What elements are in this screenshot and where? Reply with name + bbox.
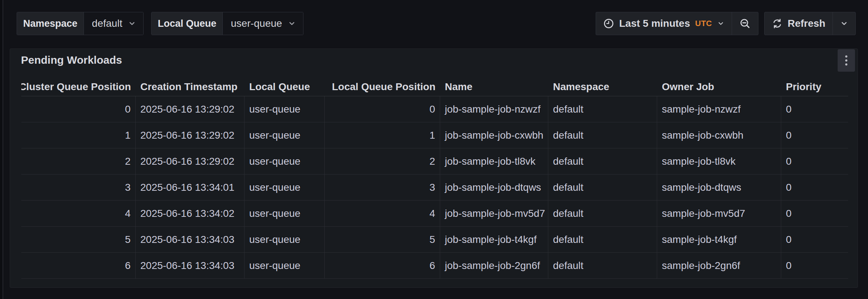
cell-name: job-sample-job-t4kgf [440,227,548,252]
cell-cluster-queue-position: 1 [21,122,136,148]
table-row: 62025-06-16 13:34:03user-queue6job-sampl… [21,253,848,279]
cell-owner-job: sample-job-2gn6f [657,253,781,278]
cell-local-queue-position: 1 [325,122,440,148]
cell-owner-job: sample-job-nzwzf [657,96,781,122]
column-header-namespace[interactable]: Namespace [548,78,657,96]
cell-local-queue: user-queue [244,122,325,148]
refresh-interval-dropdown[interactable] [833,12,855,35]
cell-cluster-queue-position: 2 [21,148,136,174]
cell-local-queue-position: 6 [325,253,440,278]
cell-priority: 0 [781,122,848,148]
panel-header: Pending Workloads [10,49,858,71]
namespace-filter-value[interactable]: default [84,12,143,35]
namespace-filter: Namespace default [17,12,144,35]
column-header-name[interactable]: Name [440,78,548,96]
cell-local-queue-position: 3 [325,174,440,200]
cell-creation-timestamp: 2025-06-16 13:29:02 [136,122,244,148]
cell-cluster-queue-position: 5 [21,227,136,252]
cell-creation-timestamp: 2025-06-16 13:34:03 [136,253,244,278]
cell-namespace: default [548,174,657,200]
cell-creation-timestamp: 2025-06-16 13:34:03 [136,227,244,252]
sync-icon [772,18,783,29]
time-controls: Last 5 minutes UTC [596,12,856,35]
cell-local-queue: user-queue [244,174,325,200]
variable-filters: Namespace default Local Queue user-queue [17,12,303,35]
cell-creation-timestamp: 2025-06-16 13:34:02 [136,201,244,226]
local-queue-filter-value[interactable]: user-queue [222,12,303,35]
cell-name: job-sample-job-dtqws [440,174,548,200]
cell-owner-job: sample-job-t4kgf [657,227,781,252]
time-picker-group: Last 5 minutes UTC [596,12,758,35]
cell-owner-job: sample-job-mv5d7 [657,201,781,226]
cell-namespace: default [548,122,657,148]
column-header-local-queue-position[interactable]: Local Queue Position [325,78,440,96]
cell-cluster-queue-position: 6 [21,253,136,278]
dashboard-toolbar: Namespace default Local Queue user-queue [17,12,856,35]
cell-cluster-queue-position: 3 [21,174,136,200]
cell-local-queue: user-queue [244,253,325,278]
table-row: 02025-06-16 13:29:02user-queue0job-sampl… [21,96,848,122]
cell-namespace: default [548,96,657,122]
cell-local-queue-position: 2 [325,148,440,174]
cell-priority: 0 [781,96,848,122]
timezone-badge: UTC [695,19,712,28]
page-left-edge [3,0,3,299]
cell-name: job-sample-job-nzwzf [440,96,548,122]
pending-workloads-table: Cluster Queue PositionCreation Timestamp… [21,78,848,279]
cell-priority: 0 [781,253,848,278]
refresh-group: Refresh [764,12,856,35]
page-left-shade [0,0,3,299]
chevron-down-icon [717,20,724,27]
cell-cluster-queue-position: 4 [21,201,136,226]
table-row: 32025-06-16 13:34:01user-queue3job-sampl… [21,174,848,201]
local-queue-filter-selected: user-queue [231,18,282,29]
cell-local-queue: user-queue [244,96,325,122]
local-queue-filter: Local Queue user-queue [151,12,303,35]
cell-namespace: default [548,227,657,252]
cell-name: job-sample-job-tl8vk [440,148,548,174]
column-header-owner-job[interactable]: Owner Job [657,78,781,96]
cell-priority: 0 [781,201,848,226]
chevron-down-icon [288,20,296,28]
cell-local-queue-position: 0 [325,96,440,122]
pending-workloads-panel: Pending Workloads Cluster Queue Position… [10,49,858,288]
column-header-priority[interactable]: Priority [781,78,848,96]
cell-priority: 0 [781,148,848,174]
cell-priority: 0 [781,174,848,200]
table-row: 22025-06-16 13:29:02user-queue2job-sampl… [21,148,848,174]
table-row: 12025-06-16 13:29:02user-queue1job-sampl… [21,122,848,148]
cell-owner-job: sample-job-dtqws [657,174,781,200]
namespace-filter-label: Namespace [17,12,84,35]
column-header-cluster-queue-position[interactable]: Cluster Queue Position [21,78,136,96]
cell-name: job-sample-job-mv5d7 [440,201,548,226]
cell-namespace: default [548,148,657,174]
cell-owner-job: sample-job-cxwbh [657,122,781,148]
namespace-filter-selected: default [92,18,122,29]
cell-local-queue: user-queue [244,148,325,174]
cell-creation-timestamp: 2025-06-16 13:29:02 [136,148,244,174]
cell-name: job-sample-job-cxwbh [440,122,548,148]
time-zoom-out-button[interactable] [732,12,758,35]
cell-namespace: default [548,201,657,226]
column-header-creation-timestamp[interactable]: Creation Timestamp [136,78,244,96]
panel-menu-button[interactable] [838,49,855,72]
local-queue-filter-label: Local Queue [152,12,222,35]
cell-local-queue: user-queue [244,201,325,226]
magnifier-minus-icon [739,18,751,29]
panel-title[interactable]: Pending Workloads [21,54,122,66]
kebab-icon [845,59,847,62]
cell-local-queue: user-queue [244,227,325,252]
time-range-label: Last 5 minutes [619,18,690,29]
cell-creation-timestamp: 2025-06-16 13:29:02 [136,96,244,122]
table-header-row: Cluster Queue PositionCreation Timestamp… [21,78,848,96]
refresh-button-label: Refresh [788,18,825,29]
clock-icon [603,18,614,29]
cell-creation-timestamp: 2025-06-16 13:34:01 [136,174,244,200]
table-row: 42025-06-16 13:34:02user-queue4job-sampl… [21,201,848,227]
time-range-picker[interactable]: Last 5 minutes UTC [596,12,732,35]
cell-name: job-sample-job-2gn6f [440,253,548,278]
refresh-button[interactable]: Refresh [765,12,833,35]
cell-local-queue-position: 5 [325,227,440,252]
cell-owner-job: sample-job-tl8vk [657,148,781,174]
column-header-local-queue[interactable]: Local Queue [244,78,325,96]
